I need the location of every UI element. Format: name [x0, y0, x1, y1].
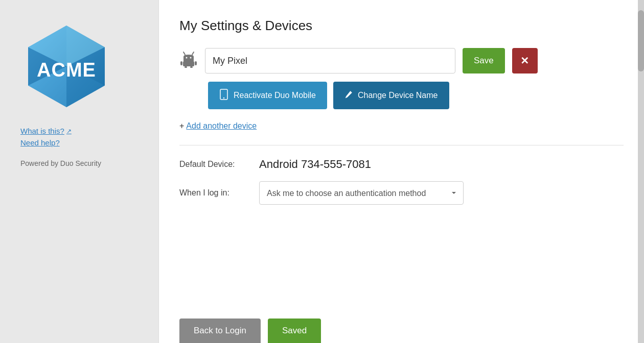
svg-rect-15 [185, 66, 187, 68]
close-button[interactable]: ✕ [512, 48, 538, 74]
add-another-device-link[interactable]: Add another device [186, 121, 257, 131]
scrollbar-thumb[interactable] [638, 10, 644, 71]
android-icon [179, 50, 198, 72]
mobile-icon [219, 89, 228, 102]
reactivate-label: Reactivate Duo Mobile [234, 91, 316, 100]
svg-rect-12 [183, 61, 194, 66]
saved-button[interactable]: Saved [268, 318, 321, 343]
svg-line-8 [183, 52, 185, 55]
external-link-icon: ↗ [66, 128, 72, 135]
when-login-row: When I log in: Ask me to choose an authe… [179, 181, 624, 205]
default-device-label: Default Device: [179, 160, 251, 169]
need-help-label: Need help? [20, 138, 60, 147]
change-device-name-button[interactable]: Change Device Name [333, 82, 449, 109]
page-container: ACME What is this? ↗ Need help? Powered … [0, 0, 644, 343]
device-name-input[interactable] [205, 48, 455, 74]
change-name-label: Change Device Name [358, 91, 438, 100]
svg-point-18 [223, 97, 224, 99]
action-buttons-row: Reactivate Duo Mobile Change Device Name [208, 82, 624, 109]
page-title: My Settings & Devices [179, 18, 624, 34]
close-icon: ✕ [520, 55, 529, 67]
sidebar: ACME What is this? ↗ Need help? Powered … [0, 0, 158, 343]
back-to-login-button[interactable]: Back to Login [179, 318, 261, 343]
reactivate-duo-mobile-button[interactable]: Reactivate Duo Mobile [208, 82, 327, 109]
svg-rect-13 [180, 61, 182, 65]
need-help-link[interactable]: Need help? [20, 138, 72, 147]
default-device-row: Default Device: Android 734-555-7081 [179, 158, 624, 171]
powered-by-text: Powered by Duo Security [20, 159, 101, 167]
pencil-icon [344, 90, 353, 101]
logo-hexagon: ACME [20, 20, 112, 112]
what-is-this-label: What is this? [20, 127, 64, 135]
save-button[interactable]: Save [463, 48, 505, 74]
svg-point-10 [186, 57, 188, 59]
scrollbar[interactable] [638, 0, 644, 343]
svg-rect-16 [190, 66, 193, 68]
auth-method-select[interactable]: Ask me to choose an authentication metho… [259, 181, 464, 205]
when-login-label: When I log in: [179, 188, 251, 198]
settings-panel: Default Device: Android 734-555-7081 Whe… [179, 145, 624, 205]
svg-rect-14 [195, 61, 197, 65]
bottom-buttons: Back to Login Saved [159, 318, 644, 343]
svg-text:ACME: ACME [37, 59, 96, 81]
main-content: My Settings & Devices [158, 0, 644, 343]
default-device-value: Android 734-555-7081 [259, 158, 371, 171]
add-device-row: + Add another device [179, 121, 624, 131]
sidebar-links: What is this? ↗ Need help? [20, 127, 72, 147]
add-device-plus: + [179, 121, 184, 131]
what-is-this-link[interactable]: What is this? ↗ [20, 127, 72, 135]
svg-point-11 [190, 57, 192, 59]
device-row: Save ✕ [179, 48, 624, 74]
svg-line-9 [192, 52, 194, 55]
